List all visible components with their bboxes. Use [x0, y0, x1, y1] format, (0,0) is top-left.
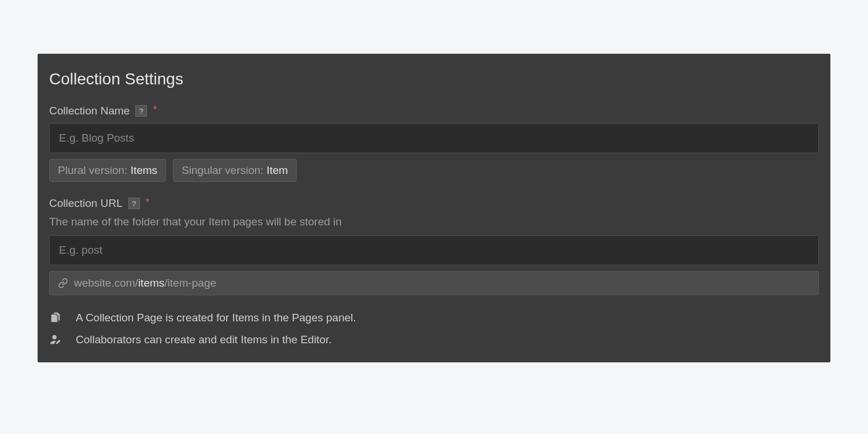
required-indicator: *: [153, 105, 157, 115]
note-row-collection-page: A Collection Page is created for Items i…: [49, 311, 819, 324]
user-edit-icon: [49, 333, 62, 346]
plural-prefix: Plural version:: [58, 164, 131, 176]
singular-prefix: Singular version:: [182, 164, 267, 176]
collection-url-hint: The name of the folder that your Item pa…: [49, 216, 819, 228]
singular-value: Item: [267, 164, 288, 176]
required-indicator: *: [146, 197, 150, 207]
url-preview-slug: items: [138, 277, 164, 290]
collection-name-field: Collection Name ? * Plural version: Item…: [38, 105, 830, 182]
singular-version-chip[interactable]: Singular version: Item: [173, 159, 297, 182]
plural-version-chip[interactable]: Plural version: Items: [49, 159, 166, 182]
page-copy-icon: [49, 311, 62, 324]
link-icon: [58, 278, 68, 288]
help-icon[interactable]: ?: [128, 198, 140, 209]
panel-title: Collection Settings: [38, 70, 830, 99]
url-preview: website.com/items/item-page: [49, 271, 819, 295]
notes-list: A Collection Page is created for Items i…: [38, 311, 830, 346]
collection-settings-panel: Collection Settings Collection Name ? * …: [38, 54, 830, 362]
collection-url-input[interactable]: [49, 235, 819, 265]
help-icon[interactable]: ?: [135, 105, 147, 117]
url-preview-host: website.com/: [74, 277, 138, 290]
version-chip-row: Plural version: Items Singular version: …: [49, 159, 819, 182]
note-text: A Collection Page is created for Items i…: [76, 311, 356, 324]
plural-value: Items: [131, 164, 157, 176]
collection-name-label: Collection Name: [49, 105, 130, 117]
url-preview-suffix: /item-page: [164, 277, 216, 290]
collection-name-input[interactable]: [49, 123, 819, 153]
collection-url-label: Collection URL: [49, 197, 123, 210]
collection-url-field: Collection URL ? * The name of the folde…: [38, 197, 830, 295]
collection-name-header: Collection Name ? *: [49, 105, 819, 117]
svg-point-0: [53, 335, 57, 339]
note-row-collaborators: Collaborators can create and edit Items …: [49, 333, 819, 346]
note-text: Collaborators can create and edit Items …: [76, 333, 332, 346]
collection-url-header: Collection URL ? *: [49, 197, 819, 210]
